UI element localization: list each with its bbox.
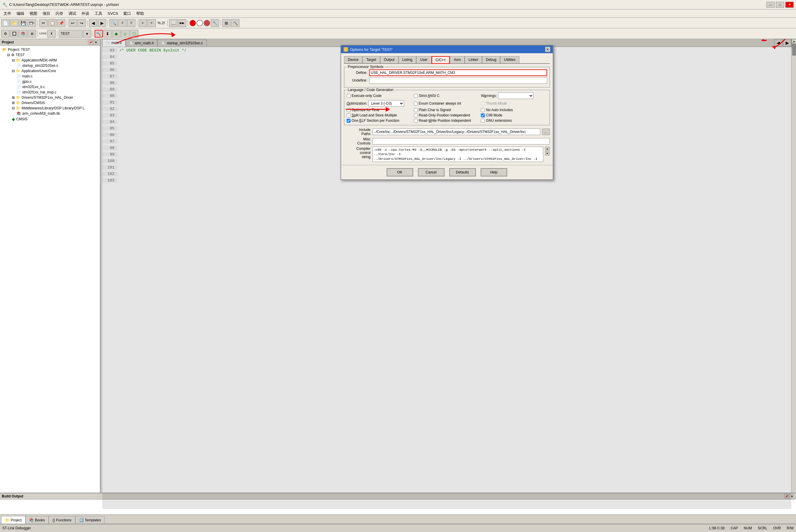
one-elf-checkbox[interactable] [347, 119, 350, 123]
tree-mdkarm[interactable]: ⊟ 📁 Application/MDK-ARM [11, 58, 99, 63]
load-button[interactable]: ⬇ [47, 30, 56, 38]
pcb-button[interactable]: ⚙ [1, 30, 10, 38]
tree-stm32msp[interactable]: 📄 stm32f1xx_hal_msp.c [15, 90, 99, 95]
define-input[interactable] [369, 70, 547, 76]
menu-peripheral[interactable]: 外设 [79, 10, 92, 17]
dialog-tab-debug[interactable]: Debug [482, 56, 500, 63]
bottom-tab-books[interactable]: 📚 Books [25, 516, 49, 524]
dialog-tab-linker[interactable]: Linker [465, 56, 482, 63]
tree-math-lib[interactable]: 📚 arm_cortexM3l_math.lib [15, 111, 99, 116]
tree-cmsis2[interactable]: ◆ CMSIS [11, 116, 99, 122]
find-button[interactable]: 🔍 [109, 19, 118, 27]
inc-find-button2[interactable]: // [127, 19, 135, 27]
misc-controls-input[interactable] [373, 138, 550, 145]
build-target-dropdown[interactable]: ▾ [83, 30, 91, 38]
bottom-tab-templates[interactable]: 🔤 Templates [75, 516, 105, 524]
tree-usercore[interactable]: ⊟ 📁 Application/User/Core [11, 68, 99, 74]
menu-flash[interactable]: 闪存 [53, 10, 65, 17]
menu-view[interactable]: 视图 [27, 10, 40, 17]
include-paths-browse-button[interactable]: ... [542, 129, 550, 135]
forward-button[interactable]: ▶ [98, 19, 106, 27]
scroll-up-arrow[interactable]: ▲ [792, 39, 796, 44]
options-for-target-button[interactable]: 🔨 [95, 30, 103, 38]
menu-svcs[interactable]: SVCS [105, 11, 120, 16]
format-btn2[interactable]: ≡ [148, 19, 156, 27]
optimize-time-checkbox[interactable] [347, 108, 350, 112]
browse-button[interactable]: 📖 [169, 19, 177, 27]
scroll-thumb[interactable] [792, 44, 796, 56]
options-grid-button[interactable]: ⊞ [222, 19, 230, 27]
read-write-pos-checkbox[interactable] [414, 119, 418, 123]
menu-window[interactable]: 窗口 [121, 10, 133, 17]
help-button[interactable]: Help [480, 168, 507, 176]
enum-container-checkbox[interactable] [414, 102, 418, 106]
wrench-button[interactable]: 🔨 [231, 19, 240, 27]
panel-close-button[interactable]: ✕ [93, 40, 98, 45]
optimization-select[interactable]: Level 3 (-O3) [368, 100, 404, 107]
inc-find-button[interactable]: // [118, 19, 127, 27]
compiler-scroll-down[interactable]: ▼ [545, 151, 550, 155]
tree-test-item[interactable]: ⊟ ⚙ TEST [6, 52, 99, 58]
green-btn3[interactable]: ⬡ [130, 30, 138, 38]
debug-icon-button[interactable]: 🔧 [211, 19, 219, 27]
menu-tools[interactable]: 工具 [92, 10, 105, 17]
tree-root[interactable]: 📂 Project: TEST [1, 47, 99, 52]
defaults-button[interactable]: Defaults [449, 168, 476, 176]
back-button[interactable]: ◀ [89, 19, 97, 27]
save-all-button[interactable]: 💾+ [28, 19, 36, 27]
menu-debug[interactable]: 调试 [66, 10, 79, 17]
debug-red-button[interactable] [189, 20, 196, 26]
thumb-mode-checkbox[interactable] [481, 102, 485, 106]
chip-button[interactable]: 🔲 [10, 30, 18, 38]
menu-project[interactable]: 项目 [40, 10, 53, 17]
undo-button[interactable]: ↩ [69, 19, 77, 27]
dialog-tab-cpp[interactable]: C/C++ [432, 56, 450, 64]
layers-button[interactable]: 📚 [19, 30, 27, 38]
dialog-tab-listing[interactable]: Listing [398, 56, 416, 63]
tree-gpio-c[interactable]: 📄 gpio.c [15, 79, 99, 84]
green-btn1[interactable]: ◆ [112, 30, 120, 38]
cut-button[interactable]: ✂ [39, 19, 48, 27]
restore-button[interactable]: □ [776, 2, 784, 8]
paste-button[interactable]: 📌 [57, 19, 65, 27]
dialog-tab-target[interactable]: Target [362, 56, 380, 63]
cancel-button[interactable]: Cancel [418, 168, 444, 176]
panel-pin-button[interactable]: 📌 [88, 40, 93, 45]
build-target-selector[interactable]: TEST [59, 30, 82, 38]
compiler-scroll-up[interactable]: ▲ [545, 147, 550, 151]
open-file-button[interactable]: 📁 [10, 19, 18, 27]
strict-ansi-checkbox[interactable] [414, 94, 418, 98]
bottom-tab-project[interactable]: 📁 Project [1, 516, 25, 524]
copy-button[interactable]: 📋 [48, 19, 56, 27]
tree-middlewares[interactable]: ⊟ 📁 Middlewares/Library/DSP Library/DSP … [11, 106, 99, 111]
minimize-button[interactable]: — [766, 2, 775, 8]
c99-mode-checkbox[interactable] [481, 114, 485, 117]
vertical-scrollbar[interactable]: ▲ ▼ [792, 39, 796, 49]
dialog-tab-asm[interactable]: Asm [450, 56, 465, 63]
ok-button[interactable]: OK [386, 168, 413, 176]
layers2-button[interactable]: ▤ [28, 30, 36, 38]
dialog-tab-output[interactable]: Output [380, 56, 398, 63]
split-load-checkbox[interactable] [347, 114, 350, 117]
debug-circle-button[interactable] [196, 20, 203, 26]
bottom-tab-functions[interactable]: {} Functions [49, 516, 75, 524]
gnu-ext-checkbox[interactable] [481, 119, 485, 123]
dialog-close-button[interactable]: ✕ [545, 47, 550, 52]
execute-only-checkbox[interactable] [347, 94, 350, 98]
tree-startup-s[interactable]: 📄 startup_stm32f103xe.s [15, 63, 99, 68]
include-paths-input[interactable] [373, 129, 540, 135]
close-button[interactable]: ✕ [785, 2, 794, 8]
new-file-button[interactable]: 📄 [1, 19, 10, 27]
save-button[interactable]: 💾 [19, 19, 27, 27]
read-only-pos-checkbox[interactable] [414, 114, 418, 117]
tree-stm32it[interactable]: 📄 stm32f1xx_it.c [15, 84, 99, 90]
tree-hal-driver[interactable]: ⊞ 📁 Drivers/STM32F1xx_HAL_Driver [11, 95, 99, 100]
plain-char-checkbox[interactable] [414, 108, 418, 112]
menu-edit[interactable]: 编辑 [14, 10, 26, 17]
menu-file[interactable]: 文件 [1, 10, 14, 17]
dialog-tab-user[interactable]: User [416, 56, 431, 63]
green-btn2[interactable]: ◇ [121, 30, 130, 38]
dialog-tab-device[interactable]: Device [344, 56, 363, 63]
download2-button[interactable]: ⬇ [103, 30, 112, 38]
warnings-select[interactable] [498, 93, 533, 99]
